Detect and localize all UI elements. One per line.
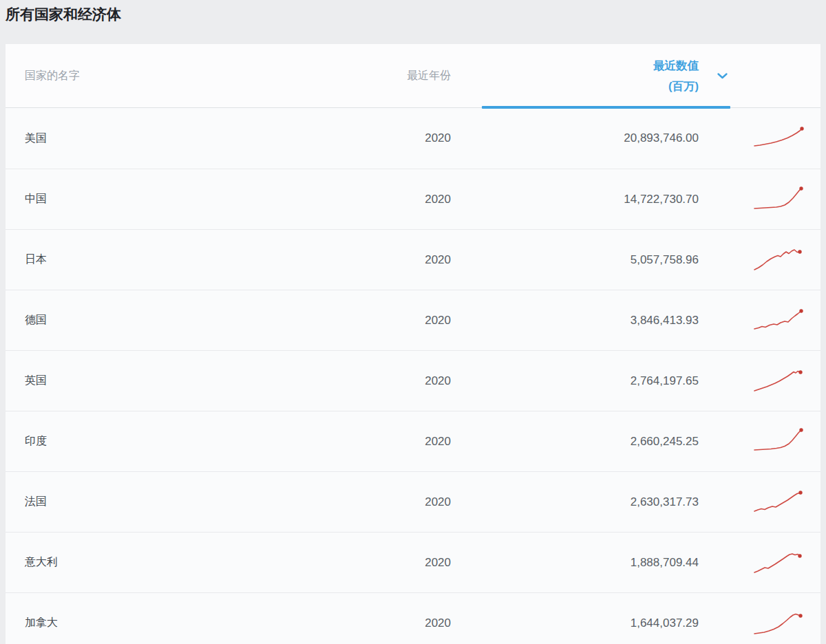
column-header-sort-area [699,72,820,80]
column-header-value-line2: (百万) [668,76,699,96]
page-title: 所有国家和经济体 [6,6,820,23]
column-header-value-line1: 最近数值 [653,55,699,76]
country-name[interactable]: 意大利 [6,555,368,570]
sparkline-chart [753,305,805,336]
sparkline-cell [699,245,820,275]
sparkline-chart [753,184,805,215]
sorted-column-underline [482,106,730,109]
country-name[interactable]: 德国 [6,313,368,328]
value-cell: 2,630,317.73 [451,495,699,509]
table-row[interactable]: 意大利 2020 1,888,709.44 [6,532,820,592]
country-name[interactable]: 印度 [6,434,368,449]
column-header-country[interactable]: 国家的名字 [6,69,368,83]
table-row[interactable]: 法国 2020 2,630,317.73 [6,471,820,532]
country-name[interactable]: 法国 [6,495,368,509]
chevron-down-icon[interactable] [717,72,728,80]
sparkline-cell [699,366,820,396]
value-cell: 3,846,413.93 [451,314,699,328]
sparkline-chart [753,608,805,638]
country-name[interactable]: 加拿大 [6,616,368,630]
value-cell: 5,057,758.96 [451,253,699,267]
value-cell: 1,644,037.29 [451,616,699,630]
sparkline-cell [699,123,820,153]
table-row[interactable]: 中国 2020 14,722,730.70 [6,169,820,229]
year-cell: 2020 [368,616,451,630]
country-name[interactable]: 日本 [6,253,368,267]
countries-table: 国家的名字 最近年份 最近数值 (百万) 美国 2020 20,893,746.… [6,44,820,644]
country-name[interactable]: 中国 [6,192,368,206]
year-cell: 2020 [368,193,451,206]
year-cell: 2020 [368,495,451,509]
sparkline-cell [699,427,820,457]
value-cell: 2,764,197.65 [451,374,699,388]
sparkline-chart [753,427,805,457]
country-name[interactable]: 美国 [6,131,368,146]
table-row[interactable]: 美国 2020 20,893,746.00 [6,108,820,169]
table-row[interactable]: 英国 2020 2,764,197.65 [6,350,820,411]
sparkline-chart [753,487,805,517]
value-cell: 1,888,709.44 [451,556,699,570]
year-cell: 2020 [368,435,451,449]
table-body: 美国 2020 20,893,746.00 中国 2020 14,722,730… [6,108,820,644]
sparkline-cell [699,487,820,517]
country-name[interactable]: 英国 [6,374,368,388]
year-cell: 2020 [368,374,451,388]
page: 所有国家和经济体 国家的名字 最近年份 最近数值 (百万) 美国 2020 20… [0,0,826,644]
sparkline-cell [699,608,820,638]
sparkline-cell [699,184,820,215]
year-cell: 2020 [368,556,451,570]
table-row[interactable]: 日本 2020 5,057,758.96 [6,229,820,290]
sparkline-cell [699,305,820,336]
sparkline-chart [753,366,805,396]
sparkline-chart [753,548,805,578]
year-cell: 2020 [368,131,451,145]
sparkline-cell [699,548,820,578]
table-row[interactable]: 德国 2020 3,846,413.93 [6,290,820,350]
year-cell: 2020 [368,314,451,328]
column-header-value[interactable]: 最近数值 (百万) [451,55,699,96]
column-header-year[interactable]: 最近年份 [368,69,451,83]
sparkline-chart [753,245,805,275]
table-row[interactable]: 加拿大 2020 1,644,037.29 [6,592,820,644]
table-header-row: 国家的名字 最近年份 最近数值 (百万) [6,44,820,108]
year-cell: 2020 [368,253,451,267]
value-cell: 20,893,746.00 [451,131,699,145]
table-row[interactable]: 印度 2020 2,660,245.25 [6,411,820,471]
sparkline-chart [753,123,805,153]
value-cell: 14,722,730.70 [451,193,699,206]
value-cell: 2,660,245.25 [451,435,699,449]
